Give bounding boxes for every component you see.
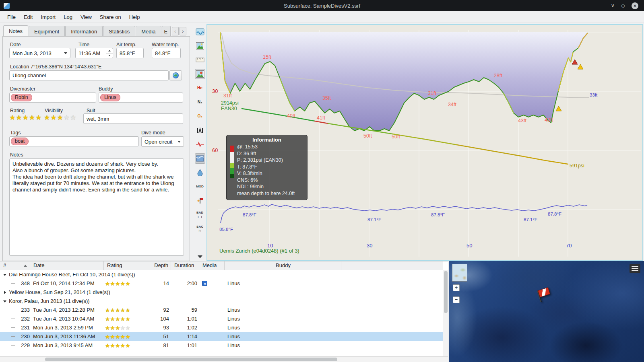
- dive-mode-toggle-icon[interactable]: [195, 27, 205, 37]
- dc-ceiling-toggle-icon[interactable]: [195, 167, 205, 178]
- ead-toggle-icon[interactable]: EAD: [195, 210, 205, 220]
- tab-information[interactable]: Information: [65, 26, 103, 37]
- tag-pill[interactable]: boat: [11, 138, 29, 145]
- tab-scroll-left-icon[interactable]: ‹: [172, 27, 179, 35]
- air-temp-field[interactable]: 85.8°F: [116, 48, 144, 58]
- close-icon[interactable]: ×: [632, 2, 638, 9]
- map-zoom-out-button[interactable]: −: [453, 296, 460, 303]
- star-filled-icon: ★: [125, 343, 130, 349]
- ruler-icon[interactable]: [195, 55, 205, 65]
- tab-media[interactable]: Media: [136, 26, 161, 37]
- menu-file[interactable]: File: [3, 12, 20, 22]
- header-date[interactable]: Date: [30, 261, 104, 270]
- dive-list-vertical-scrollbar[interactable]: [443, 270, 448, 356]
- date-value: Mon Jun 3, 2013: [12, 50, 52, 56]
- dive-mode-label: Dive mode: [141, 130, 165, 136]
- maximize-icon[interactable]: ◇: [621, 2, 625, 9]
- scrollbar-thumb[interactable]: [45, 358, 337, 361]
- pp-oxygen-toggle-icon[interactable]: O₂: [195, 111, 205, 121]
- title-bar[interactable]: Subsurface: SampleDivesV2.ssrf ∨ ◇ ×: [0, 0, 644, 11]
- time-spinner[interactable]: 11:36 AM: [75, 48, 113, 58]
- map-overview-thumbnail[interactable]: [452, 264, 467, 282]
- tooltip-title: Information: [230, 137, 304, 143]
- menu-edit[interactable]: Edit: [20, 12, 37, 22]
- dive-row[interactable]: 231Mon Jun 3, 2013 2:59 PM931:02Linus★★★…: [0, 323, 443, 332]
- header-media[interactable]: Media: [199, 261, 225, 270]
- dive-mode-dropdown[interactable]: Open circuit: [141, 136, 184, 147]
- media-cell[interactable]: [202, 281, 207, 287]
- dive-site-map[interactable]: + −: [449, 261, 644, 362]
- dive-row[interactable]: 348Fri Oct 10, 2014 12:34 PM142:00Linus★…: [0, 279, 443, 288]
- water-temp-field[interactable]: 84.8°F: [152, 48, 181, 58]
- notes-textarea[interactable]: Unbelievable dive. Dozens and dozens of …: [9, 158, 184, 256]
- tags-input[interactable]: boat: [9, 136, 139, 146]
- scrollbar-thumb[interactable]: [444, 271, 448, 313]
- show-photos-toggle-icon[interactable]: [195, 69, 205, 79]
- location-input[interactable]: Ulong channel: [9, 70, 169, 80]
- dive-row[interactable]: 233Tue Jun 4, 2013 12:28 PM9259Linus★★★★…: [0, 306, 443, 315]
- air-temp-value: 85.8°F: [120, 50, 135, 56]
- minimize-icon[interactable]: ∨: [611, 2, 615, 9]
- suit-label: Suit: [87, 108, 95, 113]
- sac-toggle-icon[interactable]: SAC: [195, 224, 205, 234]
- menu-view[interactable]: View: [76, 12, 96, 22]
- collapse-icon[interactable]: [3, 300, 6, 302]
- pp-helium-toggle-icon[interactable]: He: [195, 83, 205, 93]
- tissue-graph-toggle-icon[interactable]: [195, 125, 205, 136]
- dive-list-body: Divi Flamingo House Reef, Fri Oct 10, 20…: [0, 270, 443, 356]
- spin-down-icon[interactable]: [108, 55, 111, 56]
- menu-log[interactable]: Log: [60, 12, 76, 22]
- trip-row[interactable]: Koror, Palau, Jun 2013 (11 dive(s)): [0, 297, 443, 306]
- dive-row[interactable]: 229Mon Jun 3, 2013 9:45 AM811:01Linus★★★…: [0, 341, 443, 350]
- header-depth[interactable]: Depth: [148, 261, 171, 270]
- dive-row[interactable]: 232Tue Jun 4, 2013 10:04 AM1041:01Linus★…: [0, 315, 443, 323]
- menu-share-on[interactable]: Share on: [96, 12, 125, 22]
- dive-info-panel: Notes Equipment Information Statistics M…: [0, 23, 192, 261]
- collapse-toolbar-icon[interactable]: [198, 255, 202, 258]
- map-menu-button[interactable]: [630, 264, 640, 273]
- tab-scroll-right-icon[interactable]: ›: [180, 27, 186, 35]
- dive-list: # Date Rating Depth Duration Media Buddy…: [0, 261, 448, 356]
- date-dropdown[interactable]: Mon Jun 3, 2013: [9, 48, 70, 58]
- dive-profile-canvas[interactable]: 30 60 10 30 50 70 Uemis Zurich (e04d0248…: [206, 24, 643, 261]
- tab-notes[interactable]: Notes: [3, 25, 28, 37]
- dive-date: Mon Jun 3, 2013 2:59 PM: [33, 325, 93, 331]
- menu-import[interactable]: Import: [37, 12, 60, 22]
- trip-row[interactable]: Divi Flamingo House Reef, Fri Oct 10, 20…: [0, 270, 443, 279]
- visibility-stars[interactable]: ★★★★★: [44, 113, 76, 122]
- header-number[interactable]: #: [0, 261, 30, 270]
- rating-stars[interactable]: ★★★★★: [9, 113, 42, 122]
- expand-icon[interactable]: [4, 291, 6, 294]
- tab-equipment[interactable]: Equipment: [29, 26, 65, 37]
- divemaster-tag[interactable]: Robin: [11, 94, 32, 101]
- map-zoom-in-button[interactable]: +: [453, 284, 460, 291]
- trip-row[interactable]: Yellow House, Sun Sep 21, 2014 (1 dive(s…: [0, 288, 443, 297]
- tooltip-line: P: 2,381psi (EAN30): [237, 157, 304, 164]
- map-location-button[interactable]: [169, 70, 182, 80]
- tooltip-line: V: 8.3ft/min: [237, 170, 304, 177]
- buddy-tag[interactable]: Linus: [100, 94, 120, 101]
- star-filled-icon: ★: [110, 316, 116, 322]
- header-duration[interactable]: Duration: [171, 261, 199, 270]
- suit-input[interactable]: wet, 3mm: [83, 113, 183, 124]
- header-buddy[interactable]: Buddy: [225, 261, 341, 270]
- sensor-toggle-icon[interactable]: [195, 195, 205, 206]
- divemaster-input[interactable]: Robin: [9, 93, 96, 103]
- dive-list-horizontal-scrollbar[interactable]: [0, 356, 448, 362]
- dive-buddy: Linus: [227, 316, 240, 322]
- pp-nitrogen-toggle-icon[interactable]: N₂: [195, 97, 205, 107]
- header-rating[interactable]: Rating: [104, 261, 148, 270]
- menu-help[interactable]: Help: [125, 12, 144, 22]
- photo-icon[interactable]: [195, 41, 205, 51]
- media-icon[interactable]: [202, 281, 207, 286]
- heart-rate-toggle-icon[interactable]: [195, 139, 205, 150]
- tab-statistics[interactable]: Statistics: [103, 26, 135, 37]
- calc-ceiling-toggle-icon[interactable]: [195, 153, 205, 164]
- collapse-icon[interactable]: [3, 274, 6, 276]
- mod-toggle-icon[interactable]: MOD: [195, 181, 205, 192]
- dive-row[interactable]: 230Mon Jun 3, 2013 11:36 AM511:14Linus★★…: [0, 332, 443, 341]
- buddy-input[interactable]: Linus: [99, 93, 183, 103]
- dive-duration: 1:02: [171, 325, 197, 331]
- tab-extra-info[interactable]: E: [162, 26, 171, 37]
- spin-up-icon[interactable]: [108, 50, 111, 51]
